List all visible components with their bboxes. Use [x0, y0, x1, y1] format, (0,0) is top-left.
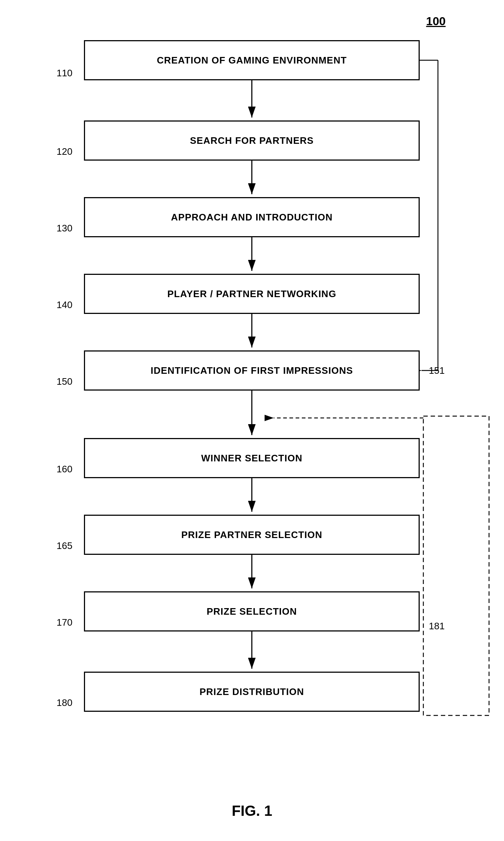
box-180: PRIZE DISTRIBUTION [84, 672, 420, 712]
ref-160: 160 [57, 464, 72, 475]
svg-rect-10 [423, 416, 489, 715]
box-150: IDENTIFICATION OF FIRST IMPRESSIONS [84, 350, 420, 391]
box-170: PRIZE SELECTION [84, 591, 420, 631]
box-160: WINNER SELECTION [84, 438, 420, 478]
box-165: PRIZE PARTNER SELECTION [84, 515, 420, 555]
ref-181: 181 [429, 621, 445, 632]
ref-150: 150 [57, 376, 72, 387]
box-110: CREATION OF GAMING ENVIRONMENT [84, 40, 420, 80]
ref-130: 130 [57, 223, 72, 234]
figure-number: 100 [426, 15, 446, 28]
ref-120: 120 [57, 146, 72, 157]
box-130: APPROACH AND INTRODUCTION [84, 197, 420, 237]
ref-110: 110 [57, 68, 72, 79]
box-140: PLAYER / PARTNER NETWORKING [84, 274, 420, 314]
box-120: SEARCH FOR PARTNERS [84, 120, 420, 161]
ref-165: 165 [57, 540, 72, 552]
diagram-container: 100 [0, 0, 504, 841]
ref-151: 151 [429, 365, 445, 376]
ref-140: 140 [57, 299, 72, 311]
ref-180: 180 [57, 697, 72, 708]
ref-170: 170 [57, 617, 72, 628]
figure-caption: FIG. 1 [232, 803, 272, 819]
